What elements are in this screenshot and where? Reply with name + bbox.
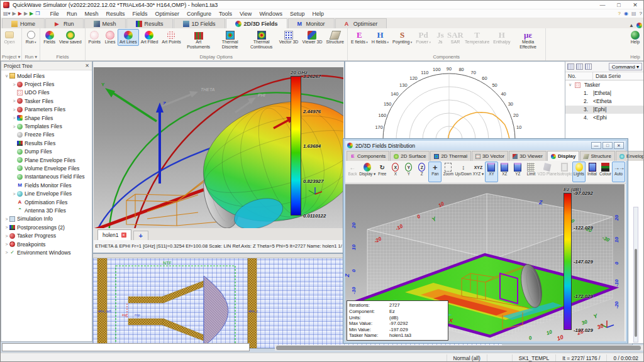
- fields-tab-3d-vector[interactable]: 3D Vector: [472, 151, 508, 161]
- thermal-discrete-button[interactable]: Thermal Discrete: [214, 29, 246, 50]
- tree-item-dump-files[interactable]: Dump Files: [1, 148, 92, 156]
- zoom-button[interactable]: Zoom: [441, 162, 455, 182]
- about-icon[interactable]: ◉: [624, 11, 628, 17]
- tree-item-breakpoints[interactable]: >Breakpoints: [1, 240, 92, 248]
- tab-home[interactable]: Home: [2, 18, 45, 28]
- expand-icon[interactable]: >: [11, 99, 17, 103]
- run-button[interactable]: Run ▾: [23, 29, 38, 47]
- menu-results[interactable]: Results: [102, 11, 128, 17]
- menu-file[interactable]: File: [46, 11, 63, 17]
- help-button[interactable]: Help: [628, 29, 643, 46]
- project-tree-close-icon[interactable]: ✕: [85, 63, 89, 69]
- menu-windows[interactable]: Windows: [255, 11, 286, 17]
- menu-run[interactable]: Run: [63, 11, 81, 17]
- tree-item-instantaneous-field-files[interactable]: Instantaneous Field Files: [1, 173, 92, 181]
- art-points-button[interactable]: Art Points: [160, 29, 182, 46]
- tab-run[interactable]: ▶Run: [45, 18, 84, 28]
- lines-button[interactable]: Lines: [103, 29, 118, 46]
- expand-icon[interactable]: >: [11, 107, 17, 112]
- expand-icon[interactable]: >: [4, 217, 9, 221]
- tasker-row-etheta[interactable]: 1.|Etheta|: [565, 89, 644, 97]
- pan-button[interactable]: +Pan: [428, 162, 441, 182]
- ribbon-collapse-icon[interactable]: ▲: [629, 23, 634, 28]
- vector-3d-button[interactable]: Vector 3D: [277, 29, 301, 46]
- tree-item-plane-envelope-files[interactable]: Plane Envelope Files: [1, 156, 92, 164]
- xyz-button[interactable]: XYZXYZ ▾: [472, 162, 485, 182]
- tasker-row-etheta[interactable]: 2.<Etheta: [565, 97, 644, 106]
- fields-tab-2d-thermal[interactable]: 2D Thermal: [430, 151, 471, 161]
- new-tab-button[interactable]: +: [133, 231, 148, 240]
- document-tab-holen1[interactable]: holen1 ✕: [97, 229, 131, 240]
- series-grid-icon[interactable]: [576, 63, 583, 70]
- expand-icon[interactable]: >: [11, 116, 17, 120]
- fields-tab-3d-viewer[interactable]: 3D Viewer: [509, 151, 547, 161]
- series-table-icon[interactable]: [567, 63, 574, 70]
- docs-icon[interactable]: ▤: [631, 11, 636, 17]
- points-button[interactable]: Points: [87, 29, 103, 46]
- expand-icon[interactable]: >: [4, 225, 9, 229]
- tree-item-fields-monitor-files[interactable]: MFields Monitor Files: [1, 181, 92, 189]
- window-menu-icon[interactable]: ▤▾: [3, 11, 11, 17]
- xy-button[interactable]: XY: [485, 162, 498, 182]
- tree-item-optimisation-files[interactable]: AOptimisation Files: [1, 198, 92, 206]
- z-button[interactable]: ZZ: [415, 162, 428, 182]
- tree-item-simulation-info[interactable]: >Simulation Info: [1, 215, 92, 223]
- tree-item-templates-files[interactable]: >Templates Files: [1, 122, 92, 130]
- menu-help[interactable]: Help: [308, 11, 328, 17]
- help-context-icon[interactable]: ?: [618, 11, 621, 17]
- tab-2d-3d-fields[interactable]: 2D/3D Fields: [226, 18, 287, 28]
- tasker-row-ephi[interactable]: 3.|Ephi|: [565, 106, 644, 114]
- expand-icon[interactable]: >: [11, 192, 17, 196]
- tab-optimiser[interactable]: AOptimiser: [335, 18, 387, 28]
- yz-button[interactable]: YZ: [511, 162, 525, 182]
- right-v-scrollbar[interactable]: [633, 207, 638, 343]
- fields-tab-display[interactable]: Display: [547, 151, 579, 161]
- expand-icon[interactable]: >: [4, 250, 9, 255]
- media-effective-button[interactable]: µεMedia Effective: [513, 29, 544, 50]
- free-button[interactable]: ↻Free: [375, 162, 389, 182]
- menu-tools[interactable]: Tools: [215, 11, 236, 17]
- tree-item-line-envelope-files[interactable]: >Line Envelope Files: [1, 189, 92, 197]
- e-fields-button[interactable]: EE fields ▾: [349, 29, 370, 47]
- limit-button[interactable]: Limit: [525, 162, 538, 182]
- document-icon[interactable]: ❒: [35, 11, 40, 17]
- fields-3d-view[interactable]: 20100-10-2020100-10-20-20-10010102030-10…: [345, 184, 625, 341]
- tree-item-parameters-files[interactable]: >Parameters Files: [1, 106, 92, 114]
- menu-fields[interactable]: Fields: [128, 11, 151, 17]
- expand-icon[interactable]: >: [11, 82, 17, 87]
- viewer-3d-button[interactable]: Viewer 3D: [300, 29, 324, 46]
- expand-icon[interactable]: ∨: [4, 74, 9, 79]
- bottom-h-scrollbar[interactable]: [275, 345, 643, 351]
- fields-minimize-button[interactable]: —: [591, 142, 601, 149]
- tree-item-postprocessings-2[interactable]: >Postprocessings (2): [1, 223, 92, 231]
- radiation-pattern-3d-view[interactable]: Y Z THETA PHI X: [94, 67, 343, 228]
- tree-item-volume-envelope-files[interactable]: Volume Envelope Files: [1, 164, 92, 172]
- tree-item-results-files[interactable]: Results Files: [1, 139, 92, 147]
- bottom-edit-field[interactable]: [2, 343, 250, 351]
- expand-icon[interactable]: >: [11, 124, 17, 129]
- command-dropdown[interactable]: Command ▾: [609, 63, 642, 70]
- art-filled-button[interactable]: Art Filled: [139, 29, 160, 46]
- tree-item-udo-files[interactable]: UDO Files: [1, 89, 92, 97]
- fields-tab-2d-surface[interactable]: 2D Surface: [390, 151, 430, 161]
- maximize-button[interactable]: □: [612, 1, 626, 9]
- xz-button[interactable]: XZ: [498, 162, 511, 182]
- fields-button[interactable]: Fields: [42, 29, 57, 46]
- view-saved-button[interactable]: View saved: [57, 29, 84, 46]
- h-fields-button[interactable]: HH fields ▾: [370, 29, 391, 47]
- lights-button[interactable]: Lights: [572, 162, 586, 182]
- tree-item-antenna-3d-files[interactable]: ⌃Antenna 3D Files: [1, 206, 92, 214]
- fields-tab-envelope[interactable]: Envelope: [616, 151, 644, 161]
- initial-button[interactable]: Initial: [586, 162, 599, 182]
- fields-window-titlebar[interactable]: 2D/3D Fields Distribution — □ ✕: [345, 141, 626, 150]
- art-postuments-button[interactable]: Art Postuments: [183, 29, 214, 50]
- colour-button[interactable]: Colour: [599, 162, 612, 182]
- tasker-row-ephi[interactable]: 4.<Ephi: [565, 114, 644, 122]
- thermal-continuous-button[interactable]: Thermal Continuous: [246, 29, 277, 50]
- tree-item-tasker-files[interactable]: >Tasker Files: [1, 97, 92, 105]
- run-icon[interactable]: ▶: [13, 11, 16, 17]
- menu-setup[interactable]: Setup: [286, 11, 309, 17]
- minimize-button[interactable]: —: [596, 1, 609, 9]
- expand-icon[interactable]: >: [4, 242, 9, 246]
- close-button[interactable]: ✕: [628, 1, 642, 9]
